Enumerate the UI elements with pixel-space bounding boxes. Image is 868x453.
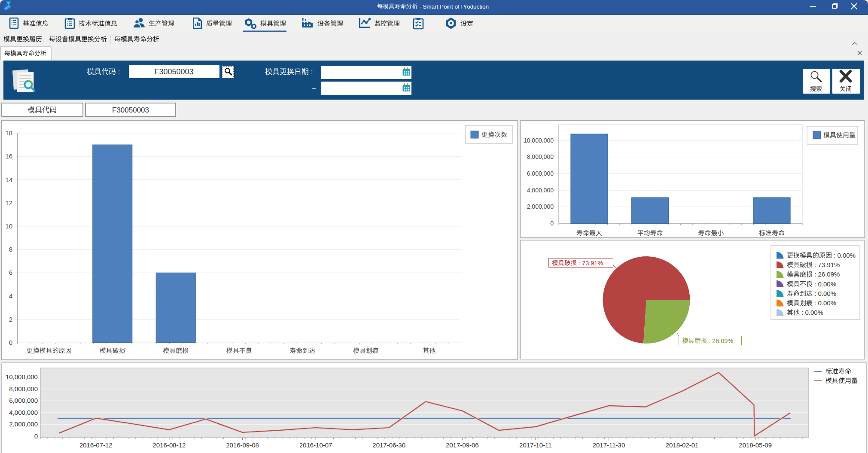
svg-text:8,000,000: 8,000,000 [527,153,554,160]
svg-text:: 73.91%: : 73.91% [577,260,603,267]
svg-text:6,000,000: 6,000,000 [9,397,38,404]
svg-text:2017-06-30: 2017-06-30 [372,441,405,449]
svg-text:- Smart Point of Production: - Smart Point of Production [417,3,489,10]
svg-text:8,000,000: 8,000,000 [9,385,38,392]
svg-text:: 0.00%: : 0.00% [813,280,836,288]
svg-text:2,000,000: 2,000,000 [9,420,38,428]
svg-text:2017-11-30: 2017-11-30 [593,441,625,449]
svg-text:4,000,000: 4,000,000 [527,187,554,194]
svg-text:2: 2 [9,316,12,323]
svg-text::: : [116,68,120,76]
svg-text::: : [309,68,313,76]
svg-text:10,000,000: 10,000,000 [6,373,38,380]
svg-text:2017-10-11: 2017-10-11 [519,441,552,449]
svg-text:2,000,000: 2,000,000 [527,203,554,210]
svg-text:12: 12 [5,199,12,207]
svg-text:: 26.09%: : 26.09% [707,337,733,344]
svg-text:0: 0 [34,432,38,440]
svg-text:: 0.00%: : 0.00% [813,299,836,307]
svg-text:10: 10 [5,222,12,230]
svg-text:2016-07-12: 2016-07-12 [79,441,113,449]
svg-text:0: 0 [550,220,554,227]
svg-text:10,000,000: 10,000,000 [524,137,554,144]
svg-text:: 73.91%: : 73.91% [813,261,840,268]
svg-text:16: 16 [5,152,12,160]
svg-text:2016-09-08: 2016-09-08 [226,441,259,449]
svg-text:: 0.00%: : 0.00% [813,290,836,297]
svg-text:F30050003: F30050003 [155,67,194,76]
svg-text:14: 14 [5,176,12,183]
svg-text:: 26.09%: : 26.09% [813,271,840,278]
svg-text:8: 8 [9,246,12,253]
svg-text:: 0.00%: : 0.00% [800,309,823,316]
svg-text:18: 18 [5,129,12,137]
svg-text:0: 0 [9,339,12,346]
svg-text:6,000,000: 6,000,000 [527,170,554,177]
svg-text:4,000,000: 4,000,000 [9,409,38,416]
svg-text:2016-10-07: 2016-10-07 [299,441,332,449]
svg-text:2018-05-09: 2018-05-09 [739,441,772,449]
svg-text:4: 4 [9,292,12,300]
svg-text:2018-02-01: 2018-02-01 [666,441,699,449]
svg-text:2017-09-06: 2017-09-06 [446,441,479,449]
svg-text:F30050003: F30050003 [112,106,149,114]
svg-text:~: ~ [312,85,316,92]
svg-text:: 0.00%: : 0.00% [832,252,856,259]
svg-text:6: 6 [9,269,12,276]
svg-text:2016-08-12: 2016-08-12 [153,441,186,449]
